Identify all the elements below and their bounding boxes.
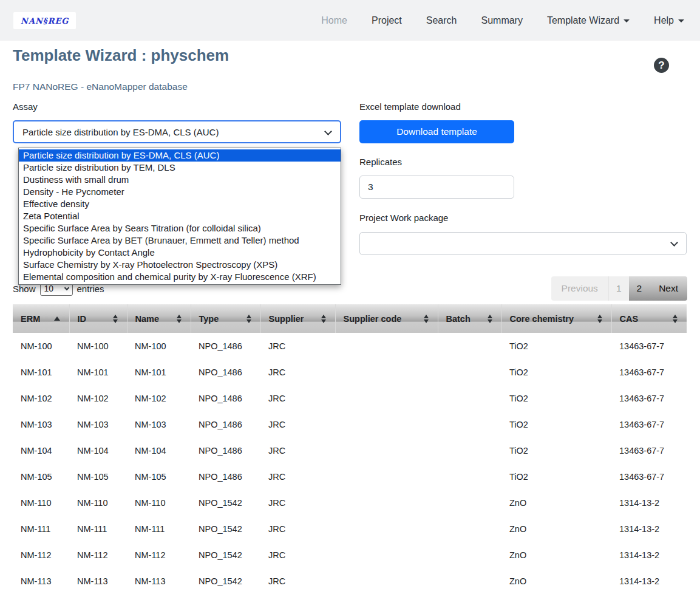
pagination-highlight-group: 2 Next xyxy=(629,276,688,301)
nav-item-project[interactable]: Project xyxy=(372,15,402,26)
cell-supplier-code xyxy=(335,490,438,516)
replicates-input[interactable] xyxy=(359,176,514,199)
pagination-page-2-button[interactable]: 2 xyxy=(629,276,650,301)
cell-name: NM-100 xyxy=(127,333,191,359)
assay-option-density-he-pycnometer[interactable]: Density - He Pycnometer xyxy=(19,186,341,198)
cell-batch xyxy=(438,385,501,411)
assay-option-hydrophobicity-by-contact-angle[interactable]: Hydrophobicity by Contact Angle xyxy=(19,247,341,259)
cell-supplier: JRC xyxy=(260,385,335,411)
column-label: Name xyxy=(135,314,177,324)
entries-label: entries xyxy=(77,284,104,294)
column-header-batch[interactable]: Batch xyxy=(438,304,501,333)
assay-selected-value: Particle size distribution by ES-DMA, CL… xyxy=(22,127,219,137)
nav-item-template-wizard[interactable]: Template Wizard xyxy=(547,15,630,26)
column-header-supplier[interactable]: Supplier xyxy=(260,304,335,333)
pagination-next-button[interactable]: Next xyxy=(650,276,687,301)
cell-core-chemistry: TiO2 xyxy=(501,359,611,385)
cell-id: NM-105 xyxy=(69,463,127,490)
cell-name: NM-101 xyxy=(127,359,191,385)
assay-option-specific-surface-area-by-bet-brunauer-em[interactable]: Specific Surface Area by BET (Brunauer, … xyxy=(19,234,341,247)
table-row[interactable]: NM-101NM-101NM-101NPO_1486JRCTiO213463-6… xyxy=(13,359,687,385)
nav-item-summary[interactable]: Summary xyxy=(481,15,522,26)
cell-cas: 13463-67-7 xyxy=(611,359,687,385)
table-row[interactable]: NM-113NM-113NM-113NPO_1542JRCZnO1314-13-… xyxy=(13,568,687,594)
cell-erm: NM-110 xyxy=(13,490,69,516)
cell-batch xyxy=(438,411,501,437)
column-header-cas[interactable]: CAS xyxy=(611,304,687,333)
assay-option-effective-density[interactable]: Effective density xyxy=(19,198,341,210)
assay-option-surface-chemistry-by-x-ray-photoelectron[interactable]: Surface Chemistry by X-ray Photoelectron… xyxy=(19,259,341,271)
assay-select[interactable]: Particle size distribution by ES-DMA, CL… xyxy=(13,120,341,143)
nav-item-home[interactable]: Home xyxy=(321,15,347,26)
download-template-button[interactable]: Download template xyxy=(359,120,514,143)
work-package-select[interactable] xyxy=(359,232,687,255)
assay-option-particle-size-distribution-by-tem-dls[interactable]: Particle size distribution by TEM, DLS xyxy=(19,162,341,174)
nav-item-search[interactable]: Search xyxy=(426,15,457,26)
help-icon[interactable]: ? xyxy=(654,58,669,73)
table-row[interactable]: NM-111NM-111NM-111NPO_1542JRCZnO1314-13-… xyxy=(13,516,687,542)
cell-core-chemistry: ZnO xyxy=(501,490,611,516)
column-header-name[interactable]: Name xyxy=(127,304,191,333)
table-row[interactable]: NM-110NM-110NM-110NPO_1542JRCZnO1314-13-… xyxy=(13,490,687,516)
cell-cas: 1314-13-2 xyxy=(611,516,687,542)
sort-both-icon xyxy=(597,315,602,323)
form-area: Assay Particle size distribution by ES-D… xyxy=(13,101,687,276)
cell-id: NM-111 xyxy=(69,516,127,542)
cell-cas: 13463-67-7 xyxy=(611,333,687,359)
table-row[interactable]: NM-103NM-103NM-103NPO_1486JRCTiO213463-6… xyxy=(13,411,687,437)
cell-erm: NM-105 xyxy=(13,463,69,490)
cell-name: NM-105 xyxy=(127,463,191,490)
assay-label: Assay xyxy=(13,101,341,112)
nav-item-help[interactable]: Help xyxy=(654,15,684,26)
cell-supplier-code xyxy=(335,411,438,437)
column-header-id[interactable]: ID xyxy=(69,304,127,333)
cell-batch xyxy=(438,568,501,594)
sort-both-icon xyxy=(424,315,429,323)
cell-id: NM-100 xyxy=(69,333,127,359)
assay-option-zeta-potential[interactable]: Zeta Potential xyxy=(19,210,341,222)
cell-cas: 13463-67-7 xyxy=(611,385,687,411)
cell-cas: 13463-67-7 xyxy=(611,411,687,437)
column-header-core-chemistry[interactable]: Core chemistry xyxy=(501,304,611,333)
table-row[interactable]: NM-102NM-102NM-102NPO_1486JRCTiO213463-6… xyxy=(13,385,687,411)
table-row[interactable]: NM-104NM-104NM-104NPO_1486JRCTiO213463-6… xyxy=(13,437,687,463)
column-header-erm[interactable]: ERM xyxy=(13,304,69,333)
cell-name: NM-103 xyxy=(127,411,191,437)
sort-both-icon xyxy=(488,315,492,323)
cell-batch xyxy=(438,333,501,359)
cell-id: NM-110 xyxy=(69,490,127,516)
chevron-down-icon xyxy=(624,19,630,22)
table-row[interactable]: NM-105NM-105NM-105NPO_1486JRCTiO213463-6… xyxy=(13,463,687,490)
nanoreg-logo[interactable]: NAN§REG xyxy=(13,12,76,29)
pagination-previous-button[interactable]: Previous xyxy=(551,276,608,301)
cell-type: NPO_1486 xyxy=(191,463,260,490)
cell-core-chemistry: TiO2 xyxy=(501,385,611,411)
cell-name: NM-110 xyxy=(127,490,191,516)
cell-name: NM-111 xyxy=(127,516,191,542)
pagination-page-1-button[interactable]: 1 xyxy=(608,276,629,301)
excel-download-label: Excel template download xyxy=(359,101,687,112)
cell-supplier-code xyxy=(335,568,438,594)
cell-name: NM-102 xyxy=(127,385,191,411)
assay-option-specific-surface-area-by-sears-titration[interactable]: Specific Surface Area by Sears Titration… xyxy=(19,222,341,234)
cell-type: NPO_1486 xyxy=(191,411,260,437)
assay-column: Assay Particle size distribution by ES-D… xyxy=(13,101,341,143)
cell-name: NM-113 xyxy=(127,568,191,594)
cell-type: NPO_1542 xyxy=(191,568,260,594)
assay-option-particle-size-distribution-by-es-dma-cls[interactable]: Particle size distribution by ES-DMA, CL… xyxy=(19,149,341,162)
cell-erm: NM-111 xyxy=(13,516,69,542)
cell-type: NPO_1486 xyxy=(191,359,260,385)
cell-supplier-code xyxy=(335,437,438,463)
table-row[interactable]: NM-100NM-100NM-100NPO_1486JRCTiO213463-6… xyxy=(13,333,687,359)
page-title: Template Wizard : physchem xyxy=(13,46,687,64)
cell-id: NM-102 xyxy=(69,385,127,411)
cell-batch xyxy=(438,437,501,463)
column-header-supplier-code[interactable]: Supplier code xyxy=(335,304,438,333)
assay-option-dustiness-with-small-drum[interactable]: Dustiness with small drum xyxy=(19,174,341,186)
assay-option-elemental-composition-and-chemical-purit[interactable]: Elemental composition and chemical purit… xyxy=(19,271,341,283)
database-subtitle: FP7 NANoREG - eNanoMapper database xyxy=(13,81,687,92)
column-header-type[interactable]: Type xyxy=(191,304,260,333)
materials-table: ERMIDNameTypeSupplierSupplier codeBatchC… xyxy=(13,304,687,594)
cell-cas: 1314-13-2 xyxy=(611,490,687,516)
table-row[interactable]: NM-112NM-112NM-112NPO_1542JRCZnO1314-13-… xyxy=(13,542,687,568)
